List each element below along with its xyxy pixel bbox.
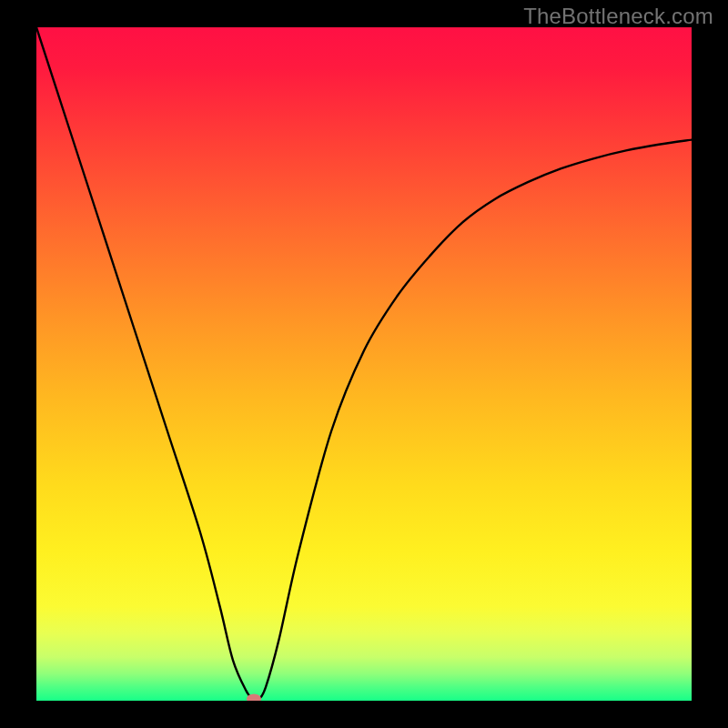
- watermark-text: TheBottleneck.com: [523, 4, 713, 29]
- chart-frame: TheBottleneck.com: [0, 0, 728, 728]
- bottleneck-curve: [36, 27, 692, 701]
- minimum-marker: [247, 693, 261, 701]
- plot-area: [36, 27, 692, 701]
